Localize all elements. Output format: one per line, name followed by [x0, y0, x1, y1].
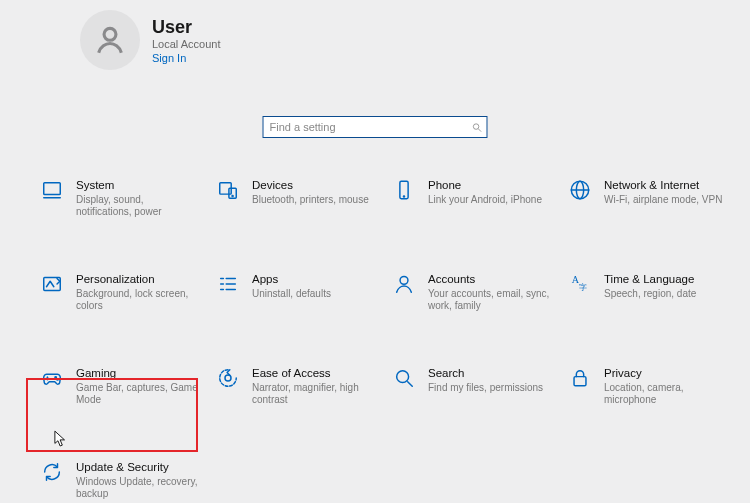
tile-title: Update & Security	[76, 460, 200, 474]
tile-time-language[interactable]: A 字 Time & Language Speech, region, date	[566, 268, 734, 330]
search-tile-icon	[392, 366, 416, 390]
tile-network[interactable]: Network & Internet Wi-Fi, airplane mode,…	[566, 174, 734, 236]
tile-system[interactable]: System Display, sound, notifications, po…	[38, 174, 206, 236]
svg-line-29	[408, 382, 413, 387]
tile-subtitle: Your accounts, email, sync, work, family	[428, 288, 552, 312]
tile-subtitle: Find my files, permissions	[428, 382, 552, 394]
tile-title: Devices	[252, 178, 376, 192]
system-icon	[40, 178, 64, 202]
tile-subtitle: Uninstall, defaults	[252, 288, 376, 300]
tile-subtitle: Display, sound, notifications, power	[76, 194, 200, 218]
svg-point-7	[232, 195, 233, 196]
tile-phone[interactable]: Phone Link your Android, iPhone	[390, 174, 558, 236]
tile-title: Apps	[252, 272, 376, 286]
tile-accounts[interactable]: Accounts Your accounts, email, sync, wor…	[390, 268, 558, 330]
tile-title: Privacy	[604, 366, 728, 380]
svg-point-9	[403, 196, 404, 197]
svg-point-24	[57, 379, 58, 380]
tile-subtitle: Link your Android, iPhone	[428, 194, 552, 206]
time-language-icon: A 字	[568, 272, 592, 296]
privacy-icon	[568, 366, 592, 390]
tile-subtitle: Bluetooth, printers, mouse	[252, 194, 376, 206]
tile-title: System	[76, 178, 200, 192]
tile-title: Gaming	[76, 366, 200, 380]
tile-subtitle: Location, camera, microphone	[604, 382, 728, 406]
tile-subtitle: Background, lock screen, colors	[76, 288, 200, 312]
svg-point-27	[225, 375, 231, 381]
tile-search[interactable]: Search Find my files, permissions	[390, 362, 558, 424]
tile-title: Accounts	[428, 272, 552, 286]
tile-title: Ease of Access	[252, 366, 376, 380]
phone-icon	[392, 178, 416, 202]
svg-point-23	[55, 377, 56, 378]
user-name: User	[152, 17, 221, 37]
ease-of-access-icon	[216, 366, 240, 390]
svg-rect-30	[574, 377, 586, 386]
svg-point-1	[473, 123, 479, 128]
tile-subtitle: Game Bar, captures, Game Mode	[76, 382, 200, 406]
user-account-type: Local Account	[152, 38, 221, 50]
devices-icon	[216, 178, 240, 202]
tile-gaming[interactable]: Gaming Game Bar, captures, Game Mode	[38, 362, 206, 424]
apps-icon	[216, 272, 240, 296]
tile-title: Personalization	[76, 272, 200, 286]
search-box[interactable]	[263, 116, 488, 138]
tile-title: Time & Language	[604, 272, 728, 286]
svg-line-2	[478, 128, 481, 131]
tile-update-security[interactable]: Update & Security Windows Update, recove…	[38, 456, 206, 503]
svg-point-28	[397, 371, 409, 383]
tile-subtitle: Narrator, magnifier, high contrast	[252, 382, 376, 406]
svg-point-0	[104, 28, 116, 40]
tile-title: Phone	[428, 178, 552, 192]
tile-title: Network & Internet	[604, 178, 728, 192]
tile-apps[interactable]: Apps Uninstall, defaults	[214, 268, 382, 330]
network-icon	[568, 178, 592, 202]
personalization-icon	[40, 272, 64, 296]
tile-subtitle: Speech, region, date	[604, 288, 728, 300]
user-text: User Local Account Sign In	[152, 17, 221, 64]
search-input[interactable]	[264, 121, 467, 133]
update-security-icon	[40, 460, 64, 484]
tile-personalization[interactable]: Personalization Background, lock screen,…	[38, 268, 206, 330]
gaming-icon	[40, 366, 64, 390]
avatar	[80, 10, 140, 70]
settings-grid: System Display, sound, notifications, po…	[38, 174, 734, 503]
user-icon	[93, 23, 127, 57]
svg-text:字: 字	[579, 283, 587, 292]
tile-subtitle: Wi-Fi, airplane mode, VPN	[604, 194, 728, 206]
tile-subtitle: Windows Update, recovery, backup	[76, 476, 200, 500]
user-header: User Local Account Sign In	[80, 10, 221, 70]
search-icon	[467, 122, 487, 133]
cursor-icon	[54, 430, 68, 448]
tile-title: Search	[428, 366, 552, 380]
tile-devices[interactable]: Devices Bluetooth, printers, mouse	[214, 174, 382, 236]
svg-rect-3	[44, 183, 61, 195]
sign-in-link[interactable]: Sign In	[152, 52, 221, 64]
tile-ease-of-access[interactable]: Ease of Access Narrator, magnifier, high…	[214, 362, 382, 424]
svg-point-20	[400, 276, 408, 284]
tile-privacy[interactable]: Privacy Location, camera, microphone	[566, 362, 734, 424]
accounts-icon	[392, 272, 416, 296]
